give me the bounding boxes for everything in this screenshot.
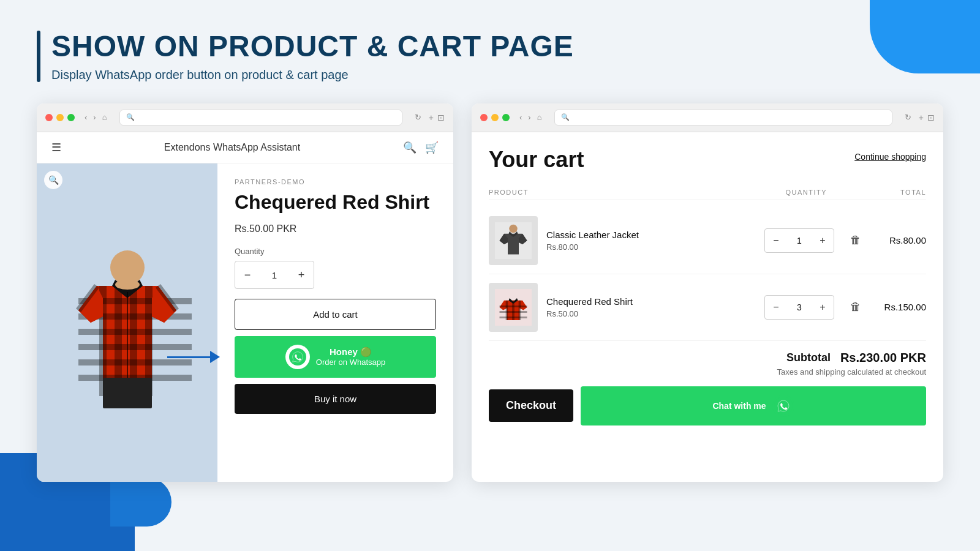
product-details: PARTNERS-DEMO Chequered Red Shirt Rs.50.… xyxy=(217,163,453,482)
product-content: 🔍 xyxy=(37,163,453,482)
forward-button-left[interactable]: › xyxy=(92,113,97,122)
add-to-cart-button[interactable]: Add to cart xyxy=(235,299,436,330)
browser-chrome-right: ‹ › ⌂ 🔍 ↻ + ⊡ xyxy=(472,103,943,132)
whatsapp-svg-icon xyxy=(289,348,306,365)
refresh-button-right[interactable]: ↻ xyxy=(903,113,913,122)
cart-item-1-name: Classic Leather Jacket xyxy=(546,230,756,240)
tl-green-right[interactable] xyxy=(502,114,510,121)
address-bar-right[interactable]: 🔍 xyxy=(554,110,892,126)
chat-whatsapp-icon xyxy=(772,395,794,417)
taxes-note: Taxes and shipping calculated at checkou… xyxy=(489,367,926,377)
zoom-icon[interactable]: 🔍 xyxy=(44,171,62,189)
tl-yellow[interactable] xyxy=(56,114,64,121)
whatsapp-agent-name: Honey 🟢 xyxy=(330,346,372,358)
search-store-icon[interactable]: 🔍 xyxy=(403,141,417,154)
page-heading: SHOW ON PRODUCT & CART PAGE xyxy=(51,31,574,63)
svg-point-14 xyxy=(115,280,140,290)
stepper-plus-2[interactable]: + xyxy=(812,295,834,320)
home-button-left[interactable]: ⌂ xyxy=(101,113,108,122)
hamburger-menu[interactable]: ☰ xyxy=(51,141,61,154)
cart-item-2-name: Chequered Red Shirt xyxy=(546,296,756,307)
browser-nav-right: ‹ › ⌂ xyxy=(518,113,543,122)
tl-yellow-right[interactable] xyxy=(491,114,499,121)
buy-it-now-button[interactable]: Buy it now xyxy=(235,384,436,414)
cart-qty-stepper-1: − 1 + xyxy=(764,228,834,253)
cart-item-jacket-thumb xyxy=(489,216,538,265)
browsers-container: ‹ › ⌂ 🔍 ↻ + ⊡ ☰ Extendons WhatsApp Assis… xyxy=(37,103,943,482)
col-product-label: PRODUCT xyxy=(489,189,785,196)
traffic-lights-left xyxy=(45,114,75,121)
svg-point-16 xyxy=(289,348,306,365)
chat-whatsapp-button[interactable]: Chat with me xyxy=(581,386,926,425)
address-bar-left[interactable]: 🔍 xyxy=(119,110,402,126)
cart-title: Your cart xyxy=(489,147,584,173)
svg-rect-15 xyxy=(103,378,152,408)
cart-item-1-info: Classic Leather Jacket Rs.80.00 xyxy=(546,230,756,252)
header-section: SHOW ON PRODUCT & CART PAGE Display What… xyxy=(37,31,943,82)
col-quantity-label: QUANTITY xyxy=(785,189,827,196)
svg-point-13 xyxy=(110,250,145,285)
cart-actions: Checkout Chat with me xyxy=(489,386,926,425)
qty-increase-btn[interactable]: + xyxy=(289,261,314,288)
cart-item-2-info: Chequered Red Shirt Rs.50.00 xyxy=(546,296,756,318)
cart-store-icon[interactable]: 🛒 xyxy=(425,141,439,154)
more-button-right[interactable]: ⊡ xyxy=(927,113,935,122)
product-browser-window: ‹ › ⌂ 🔍 ↻ + ⊡ ☰ Extendons WhatsApp Assis… xyxy=(37,103,453,482)
cart-item-1-price: Rs.80.00 xyxy=(546,242,756,252)
blue-arrow xyxy=(167,351,220,363)
stepper-val-1: 1 xyxy=(787,236,812,246)
new-tab-button-left[interactable]: + xyxy=(429,113,434,122)
browser-nav-left: ‹ › ⌂ xyxy=(83,113,108,122)
qty-value: 1 xyxy=(260,270,289,280)
tl-red[interactable] xyxy=(45,114,53,121)
jacket-thumbnail-svg xyxy=(495,222,532,259)
shirt-thumbnail-svg xyxy=(495,289,532,326)
header-bar xyxy=(37,31,40,82)
new-tab-button-right[interactable]: + xyxy=(919,113,924,122)
cart-item-2-price: Rs.50.00 xyxy=(546,309,756,318)
more-button-left[interactable]: ⊡ xyxy=(437,113,445,122)
cart-item-2: Chequered Red Shirt Rs.50.00 − 3 + 🗑 Rs.… xyxy=(489,274,926,341)
cart-subtotal-row: Subtotal Rs.230.00 PKR xyxy=(489,351,926,365)
back-button-left[interactable]: ‹ xyxy=(83,113,88,122)
chat-whatsapp-svg xyxy=(774,397,793,415)
arrow-head xyxy=(210,351,220,363)
delete-item-2-icon[interactable]: 🗑 xyxy=(850,301,861,313)
quantity-label: Quantity xyxy=(235,247,436,256)
arrow-container: Honey 🟢 Order on Whatsapp xyxy=(235,336,436,378)
svg-point-18 xyxy=(509,225,518,233)
col-total-label: TOTAL xyxy=(900,189,926,196)
qty-decrease-btn[interactable]: − xyxy=(235,261,260,288)
refresh-button-left[interactable]: ↻ xyxy=(413,113,423,122)
whatsapp-icon-circle xyxy=(285,345,310,369)
tl-green[interactable] xyxy=(67,114,75,121)
delete-item-1-icon[interactable]: 🗑 xyxy=(850,234,861,247)
subtotal-label: Subtotal xyxy=(786,351,831,364)
cart-qty-stepper-2: − 3 + xyxy=(764,295,834,320)
product-title: Chequered Red Shirt xyxy=(235,190,436,214)
store-header: ☰ Extendons WhatsApp Assistant 🔍 🛒 xyxy=(37,132,453,163)
tl-red-right[interactable] xyxy=(480,114,488,121)
cart-item-1-total: Rs.80.00 xyxy=(877,235,926,246)
product-shirt-image xyxy=(60,237,195,408)
checkout-button[interactable]: Checkout xyxy=(489,389,573,422)
traffic-lights-right xyxy=(480,114,510,121)
whatsapp-order-label: Order on Whatsapp xyxy=(316,358,385,368)
product-image-area: 🔍 xyxy=(37,163,217,482)
address-search-icon-right: 🔍 xyxy=(561,113,570,121)
whatsapp-order-button[interactable]: Honey 🟢 Order on Whatsapp xyxy=(235,336,436,378)
home-button-right[interactable]: ⌂ xyxy=(536,113,543,122)
stepper-plus-1[interactable]: + xyxy=(812,228,834,253)
stepper-minus-1[interactable]: − xyxy=(765,228,787,253)
forward-button-right[interactable]: › xyxy=(527,113,532,122)
continue-shopping-link[interactable]: Continue shopping xyxy=(854,147,926,162)
cart-item-shirt-thumb xyxy=(489,283,538,332)
stepper-minus-2[interactable]: − xyxy=(765,295,787,320)
browser-actions-right: + ⊡ xyxy=(919,113,935,122)
cart-browser-window: ‹ › ⌂ 🔍 ↻ + ⊡ Your cart Continue shoppin… xyxy=(472,103,943,482)
browser-chrome-left: ‹ › ⌂ 🔍 ↻ + ⊡ xyxy=(37,103,453,132)
address-search-icon: 🔍 xyxy=(126,113,135,121)
cart-content: Your cart Continue shopping PRODUCT QUAN… xyxy=(472,132,943,440)
back-button-right[interactable]: ‹ xyxy=(518,113,523,122)
browser-actions-left: + ⊡ xyxy=(429,113,445,122)
